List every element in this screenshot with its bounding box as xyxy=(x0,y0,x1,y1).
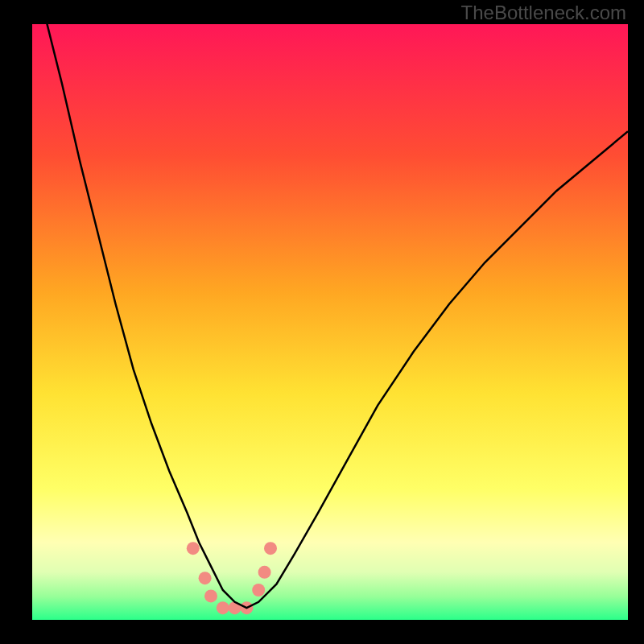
marker-point xyxy=(258,566,271,579)
bottleneck-markers xyxy=(187,542,277,614)
curve-layer xyxy=(32,24,628,620)
watermark-text: TheBottleneck.com xyxy=(461,2,626,24)
plot-area xyxy=(32,24,628,620)
marker-point xyxy=(187,542,200,555)
marker-point xyxy=(199,572,212,584)
chart-frame: TheBottleneck.com xyxy=(0,0,644,644)
marker-point xyxy=(204,589,217,602)
marker-point xyxy=(264,542,277,555)
bottleneck-curve xyxy=(32,24,628,608)
marker-point xyxy=(217,601,229,614)
marker-point xyxy=(252,584,265,597)
